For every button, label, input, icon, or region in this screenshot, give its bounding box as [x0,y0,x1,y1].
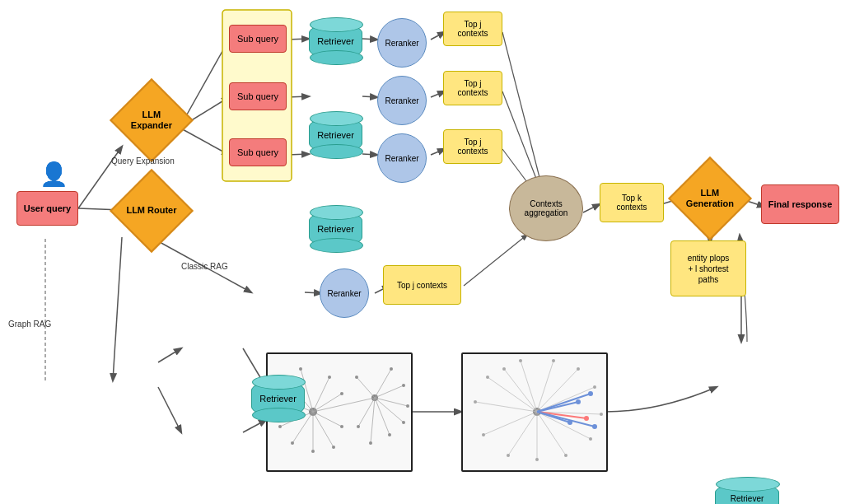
svg-point-92 [486,376,489,379]
svg-line-60 [375,398,390,435]
svg-point-105 [576,399,581,404]
svg-point-106 [567,420,572,425]
svg-line-85 [521,361,537,412]
svg-point-69 [369,441,372,445]
svg-point-64 [390,367,393,371]
svg-point-52 [340,425,343,428]
svg-line-4 [180,128,229,155]
svg-line-5 [287,39,309,40]
reranker3-node: Reranker [377,133,427,183]
user-icon: 👤 [40,161,68,188]
retriever-relations-node: Retriever(relations) [715,483,779,504]
svg-line-7 [287,154,309,155]
svg-point-53 [340,392,343,395]
svg-line-28 [158,387,181,432]
svg-line-6 [287,96,309,97]
svg-line-8 [362,39,377,40]
subquery2-node: Sub query [229,82,287,110]
svg-line-84 [537,361,553,412]
query-expansion-label: Query Expansion [111,156,175,166]
svg-point-101 [577,367,580,371]
svg-line-76 [483,412,537,435]
topj3-node: Top jcontexts [443,129,502,164]
svg-point-98 [589,437,592,441]
svg-line-17 [583,204,600,212]
svg-line-26 [113,237,122,380]
svg-line-27 [158,348,181,362]
svg-point-66 [406,404,409,408]
svg-point-48 [278,425,282,428]
svg-line-57 [375,385,404,398]
graph2-node [461,352,608,472]
svg-line-90 [537,394,591,412]
svg-point-54 [328,376,331,379]
svg-point-107 [584,416,589,421]
llm-expander-node: LLM Expander [110,78,194,162]
reranker-classic-node: Reranker [320,268,369,318]
svg-point-68 [388,433,391,436]
svg-line-75 [475,402,537,412]
reranker2-node: Reranker [377,76,427,125]
svg-point-100 [593,385,596,389]
topk-node: Top kcontexts [600,183,664,222]
retriever2-node: Retriever [309,117,362,153]
graph-rag-label: Graph RAG [8,320,51,329]
topj2-node: Top jcontexts [443,71,502,105]
svg-line-14 [502,32,544,194]
svg-point-108 [588,391,593,396]
retriever3-node: Retriever [309,211,362,247]
svg-point-70 [357,425,360,428]
svg-point-71 [355,376,358,379]
topj-classic-node: Top j contexts [383,265,461,305]
svg-point-104 [502,367,506,371]
svg-point-109 [592,424,597,429]
svg-line-74 [488,377,537,412]
classic-rag-label: Classic RAG [181,262,228,271]
svg-point-65 [402,384,405,387]
svg-point-103 [519,359,522,362]
retriever1-node: Retriever [309,23,362,59]
reranker1-node: Reranker [377,18,427,68]
svg-line-30 [243,420,266,432]
svg-line-61 [371,398,375,443]
svg-line-9 [362,96,377,97]
svg-point-49 [291,441,294,445]
user-query-node: User query [16,191,78,226]
subquery1-node: Sub query [229,25,287,53]
subquery3-node: Sub query [229,138,287,166]
svg-point-50 [311,450,315,453]
svg-point-97 [564,454,567,457]
svg-point-99 [600,413,603,416]
svg-line-23 [464,235,527,286]
llm-router-node: LLM Router [110,169,194,253]
entity-plops-node: entity plops+ l shortestpaths [670,240,746,296]
svg-point-95 [507,454,510,457]
svg-point-51 [332,446,335,449]
diagram-container: 👤 User query LLM Expander LLM Router Que… [0,0,850,504]
svg-line-72 [313,398,375,412]
svg-point-102 [552,359,555,362]
svg-line-21 [305,292,321,293]
svg-line-86 [504,369,537,412]
final-response-node: Final response [761,184,839,224]
contexts-aggregation-node: Contextsaggregation [509,175,583,241]
svg-line-63 [357,377,375,398]
topj1-node: Top jcontexts [443,12,502,46]
svg-point-67 [402,421,405,424]
svg-point-55 [299,367,302,371]
svg-line-56 [375,369,391,398]
svg-point-94 [482,433,485,436]
llm-generation-node: LLMGeneration [668,156,752,240]
svg-line-10 [362,154,377,155]
retriever-classic-node: Retriever [251,380,305,417]
graph2-svg [463,352,606,472]
svg-point-96 [535,458,539,461]
svg-point-93 [474,400,477,404]
